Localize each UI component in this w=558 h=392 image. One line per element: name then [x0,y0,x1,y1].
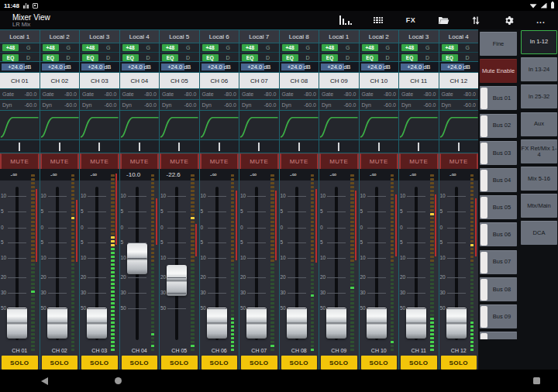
mute-button[interactable]: MUTE [80,153,119,169]
mute-button[interactable]: MUTE [280,153,319,169]
solo-button[interactable]: SOLO [81,356,118,370]
sidebar-button-bus-03[interactable]: Bus 03 [480,141,517,165]
layer-button-mix-5-16[interactable]: Mix 5-16 [521,167,557,191]
recent-apps-icon[interactable] [533,377,540,384]
channel-source-label[interactable]: Local 1 [319,30,359,43]
eq-curve-panel[interactable] [120,111,160,140]
eq-badge[interactable]: EQ [122,54,139,61]
fader-knob[interactable] [207,308,227,339]
eq-curve-panel[interactable] [40,111,80,140]
solo-button[interactable]: SOLO [202,356,238,370]
settings-gear-icon[interactable] [502,14,515,26]
eq-badge[interactable]: EQ [2,54,19,61]
gate-row[interactable]: Gate -80.0 [40,89,80,100]
sidebar-button-bus-04[interactable]: Bus 04 [480,168,517,192]
pan-control[interactable] [239,140,279,153]
solo-button[interactable]: SOLO [441,356,477,370]
input-gain-control[interactable]: +24.0 dB [80,62,119,73]
fader-knob[interactable] [446,308,467,339]
input-gain-control[interactable]: +24.0 dB [200,62,239,73]
solo-button[interactable]: SOLO [161,356,198,370]
mute-button[interactable]: MUTE [120,153,160,169]
mute-button[interactable]: MUTE [239,153,279,169]
phantom-48v-badge[interactable]: +48 [202,44,219,51]
solo-button[interactable]: SOLO [401,356,437,370]
overflow-menu-icon[interactable]: ... [535,14,547,26]
layer-button-in-13-24[interactable]: In 13-24 [521,57,557,81]
channel-source-label[interactable]: Local 5 [160,30,199,43]
gate-row[interactable]: Gate -80.0 [200,89,239,100]
layer-button-in-1-12[interactable]: In 1-12 [521,30,557,54]
phantom-48v-badge[interactable]: +48 [2,44,19,51]
mute-button[interactable]: MUTE [0,153,40,169]
gate-row[interactable]: Gate -80.0 [319,89,359,100]
gate-row[interactable]: Gate -80.0 [120,89,160,100]
eq-badge[interactable]: EQ [162,54,178,61]
channel-name-box[interactable]: CH 05 [160,73,199,89]
channel-name-box[interactable]: CH 01 [0,73,40,89]
sidebar-button-bus-06[interactable]: Bus 06 [480,222,517,246]
channel-source-label[interactable]: Local 2 [360,30,399,43]
sidebar-button-partial[interactable] [480,332,517,339]
pan-control[interactable] [120,140,160,153]
input-gain-control[interactable]: +24.0 dB [40,62,80,73]
sort-arrows-icon[interactable] [470,14,482,26]
eq-badge[interactable]: EQ [282,54,298,61]
dyn-row[interactable]: Dyn -60.0 [399,100,439,111]
eq-curve-panel[interactable] [200,111,239,140]
pan-control[interactable] [0,140,40,153]
channel-name-box[interactable]: CH 04 [120,73,160,89]
input-gain-control[interactable]: +24.0 dB [399,62,439,73]
pan-control[interactable] [200,140,239,153]
channel-name-box[interactable]: CH 09 [319,73,359,89]
phantom-48v-badge[interactable]: +48 [322,44,338,51]
solo-button[interactable]: SOLO [2,356,38,370]
pan-control[interactable] [80,140,119,153]
channel-name-box[interactable]: CH 06 [200,73,239,89]
channel-source-label[interactable]: Local 7 [239,30,279,43]
eq-curve-panel[interactable] [319,111,359,140]
eq-badge[interactable]: EQ [362,54,378,61]
mute-button[interactable]: MUTE [439,153,479,169]
input-gain-control[interactable]: +24.0 dB [280,62,319,73]
channel-source-label[interactable]: Local 1 [0,30,40,43]
back-icon[interactable] [41,377,48,385]
fx-button[interactable]: FX [405,14,417,26]
dyn-row[interactable]: Dyn -60.0 [360,100,399,111]
sidebar-button-bus-07[interactable]: Bus 07 [480,250,517,274]
gate-row[interactable]: Gate -80.0 [80,89,119,100]
fader-knob[interactable] [367,308,387,339]
gate-row[interactable]: Gate -80.0 [160,89,199,100]
solo-button[interactable]: SOLO [241,356,277,370]
channel-source-label[interactable]: Local 3 [80,30,119,43]
phantom-48v-badge[interactable]: +48 [122,44,139,51]
mute-button[interactable]: MUTE [360,153,399,169]
channel-source-label[interactable]: Local 8 [280,30,319,43]
mute-button[interactable]: MUTE [200,153,239,169]
input-gain-control[interactable]: +24.0 dB [0,62,40,73]
home-icon[interactable] [115,377,122,384]
phantom-48v-badge[interactable]: +48 [282,44,298,51]
gate-row[interactable]: Gate -80.0 [0,89,40,100]
gate-row[interactable]: Gate -80.0 [439,89,479,100]
dyn-row[interactable]: Dyn -60.0 [160,100,199,111]
fader-knob[interactable] [87,308,107,339]
layer-button-dca[interactable]: DCA [521,221,557,245]
solo-button[interactable]: SOLO [42,356,78,370]
channel-grid-icon[interactable] [372,14,384,26]
phantom-48v-badge[interactable]: +48 [82,44,98,51]
pan-control[interactable] [360,140,399,153]
dyn-row[interactable]: Dyn -60.0 [319,100,359,111]
channel-source-label[interactable]: Local 4 [120,30,160,43]
layer-button-in-25-32[interactable]: In 25-32 [521,84,557,108]
input-gain-control[interactable]: +24.0 dB [239,62,279,73]
sidebar-button-bus-09[interactable]: Bus 09 [480,304,517,328]
pan-control[interactable] [280,140,319,153]
eq-badge[interactable]: EQ [43,54,59,61]
channel-source-label[interactable]: Local 6 [200,30,239,43]
gate-row[interactable]: Gate -80.0 [280,89,319,100]
gate-row[interactable]: Gate -80.0 [360,89,399,100]
channel-name-box[interactable]: CH 10 [360,73,399,89]
fader-knob[interactable] [326,308,346,339]
fader-knob[interactable] [47,308,67,339]
